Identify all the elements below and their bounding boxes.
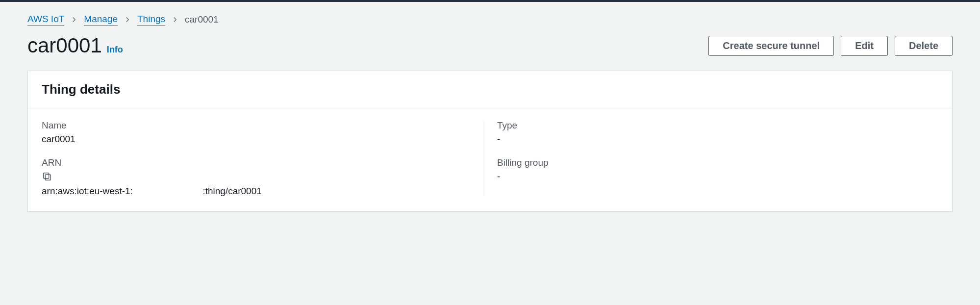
type-value: - — [497, 134, 938, 145]
field-arn: ARN arn:aws:iot:eu-west-1: :thing/car000… — [42, 157, 483, 197]
panel-title: Thing details — [42, 82, 938, 97]
page-header: car0001 Info Create secure tunnel Edit D… — [27, 34, 953, 57]
svg-rect-1 — [44, 173, 49, 178]
details-col-left: Name car0001 ARN arn:aws:iot:eu-west-1: — [42, 120, 483, 197]
breadcrumb: AWS IoT Manage Things car0001 — [27, 14, 953, 25]
breadcrumb-aws-iot[interactable]: AWS IoT — [27, 14, 64, 25]
delete-button[interactable]: Delete — [895, 36, 953, 56]
edit-button[interactable]: Edit — [841, 36, 888, 56]
info-link[interactable]: Info — [107, 45, 123, 55]
svg-rect-0 — [45, 175, 50, 180]
billing-group-value: - — [497, 171, 938, 182]
chevron-right-icon — [71, 17, 77, 23]
chevron-right-icon — [172, 17, 178, 23]
details-col-right: Type - Billing group - — [483, 120, 938, 197]
breadcrumb-manage[interactable]: Manage — [84, 14, 118, 25]
name-label: Name — [42, 120, 483, 131]
field-name: Name car0001 — [42, 120, 483, 145]
breadcrumb-things[interactable]: Things — [137, 14, 165, 25]
chevron-right-icon — [125, 17, 130, 23]
field-type: Type - — [497, 120, 938, 145]
create-secure-tunnel-button[interactable]: Create secure tunnel — [708, 36, 834, 56]
type-label: Type — [497, 120, 938, 131]
field-billing-group: Billing group - — [497, 157, 938, 182]
page-title: car0001 — [27, 34, 102, 57]
breadcrumb-current: car0001 — [185, 14, 219, 25]
name-value: car0001 — [42, 134, 483, 145]
panel-header: Thing details — [28, 71, 952, 108]
panel-body: Name car0001 ARN arn:aws:iot:eu-west-1: — [28, 108, 952, 211]
arn-value: arn:aws:iot:eu-west-1: :thing/car0001 — [42, 186, 483, 197]
page-title-wrap: car0001 Info — [27, 34, 123, 57]
header-actions: Create secure tunnel Edit Delete — [708, 36, 953, 56]
billing-group-label: Billing group — [497, 157, 938, 168]
copy-icon[interactable] — [42, 171, 483, 182]
thing-details-panel: Thing details Name car0001 ARN — [27, 71, 953, 212]
arn-label: ARN — [42, 157, 483, 168]
page-content: AWS IoT Manage Things car0001 car0001 In… — [0, 2, 980, 231]
